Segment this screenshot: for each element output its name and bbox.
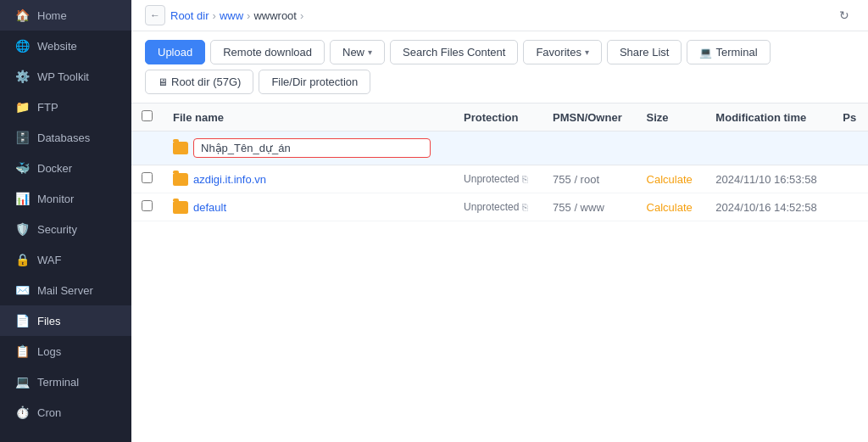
table-row: default Unprotected ⎘ 755 / www Calculat…: [131, 193, 868, 221]
files-icon: 📄: [15, 314, 29, 327]
copy-icon-azdigi[interactable]: ⎘: [522, 174, 528, 184]
sidebar-label-mail-server: Mail Server: [37, 284, 93, 297]
row-mod-time-default: 2024/10/16 14:52:58: [705, 193, 832, 221]
row-protection-azdigi: Unprotected ⎘: [453, 165, 542, 193]
sidebar-label-website: Website: [37, 40, 77, 53]
sidebar-item-terminal[interactable]: 💻 Terminal: [0, 366, 131, 397]
row-pmsn-azdigi: 755 / root: [542, 165, 636, 193]
root-dir-button[interactable]: 🖥 Root dir (57G): [145, 70, 253, 94]
search-files-button[interactable]: Search Files Content: [390, 40, 518, 64]
sidebar-label-files: Files: [37, 315, 60, 327]
protection-badge-default: Unprotected ⎘: [464, 201, 532, 213]
row-name-default[interactable]: default: [193, 201, 226, 214]
toolbar: Upload Remote download New ▾ Search File…: [131, 31, 868, 104]
back-button[interactable]: ←: [145, 5, 165, 25]
folder-icon-default: [173, 201, 188, 214]
upload-button[interactable]: Upload: [145, 40, 205, 64]
website-icon: 🌐: [15, 39, 29, 53]
ftp-icon: 📁: [15, 100, 29, 114]
sidebar: 🏠 Home 🌐 Website ⚙️ WP Toolkit 📁 FTP 🗄️ …: [0, 0, 131, 442]
new-folder-checkbox-cell: [131, 131, 163, 165]
sidebar-label-home: Home: [37, 9, 67, 22]
root-dir-label: Root dir (57G): [171, 76, 241, 88]
sidebar-item-monitor[interactable]: 📊 Monitor: [0, 183, 131, 214]
new-label: New: [342, 46, 364, 59]
row-name-cell-azdigi: azdigi.it.info.vn: [163, 165, 453, 193]
breadcrumb-sep-2: ›: [247, 9, 250, 22]
file-dir-protection-button[interactable]: File/Dir protection: [259, 70, 370, 94]
breadcrumb-www[interactable]: www: [220, 9, 243, 22]
new-button[interactable]: New ▾: [330, 40, 385, 64]
sidebar-item-waf[interactable]: 🔒 WAF: [0, 244, 131, 275]
breadcrumb-bar: ← Root dir › www › wwwroot › ↻: [131, 0, 868, 31]
sidebar-label-databases: Databases: [37, 131, 90, 144]
sidebar-item-cron[interactable]: ⏱️ Cron: [0, 397, 131, 428]
sidebar-item-website[interactable]: 🌐 Website: [0, 31, 131, 61]
remote-download-button[interactable]: Remote download: [210, 40, 325, 64]
breadcrumb-path: Root dir › www › wwwroot ›: [170, 9, 829, 22]
terminal-button[interactable]: 💻 Terminal: [687, 40, 770, 64]
sidebar-label-cron: Cron: [37, 406, 61, 419]
sidebar-label-monitor: Monitor: [37, 193, 74, 205]
row-checkbox-azdigi[interactable]: [142, 172, 153, 183]
sidebar-item-mail-server[interactable]: ✉️ Mail Server: [0, 275, 131, 305]
new-folder-name-wrapper: [173, 138, 443, 158]
breadcrumb-wwwroot: wwwroot: [253, 9, 297, 22]
wp-toolkit-icon: ⚙️: [15, 70, 29, 83]
sidebar-item-logs[interactable]: 📋 Logs: [0, 336, 131, 366]
new-folder-pmsn: [542, 131, 636, 165]
header-pmsn-owner: PMSN/Owner: [542, 104, 636, 131]
terminal-icon: 💻: [699, 47, 712, 59]
databases-icon: 🗄️: [15, 131, 29, 144]
row-name-azdigi[interactable]: azdigi.it.info.vn: [193, 173, 266, 186]
calculate-link-default[interactable]: Calculate: [647, 201, 693, 214]
new-folder-ps: [832, 131, 868, 165]
sidebar-item-security[interactable]: 🛡️ Security: [0, 214, 131, 244]
new-folder-icon: [173, 142, 188, 154]
sidebar-item-docker[interactable]: 🐳 Docker: [0, 153, 131, 183]
calculate-link-azdigi[interactable]: Calculate: [647, 173, 693, 186]
logs-icon: 📋: [15, 344, 29, 358]
row-checkbox-default[interactable]: [142, 200, 153, 211]
sidebar-item-wp-toolkit[interactable]: ⚙️ WP Toolkit: [0, 61, 131, 92]
table-header-row: File name Protection PMSN/Owner Size Mod…: [131, 104, 868, 131]
header-size: Size: [637, 104, 706, 131]
row-size-azdigi: Calculate: [637, 165, 706, 193]
refresh-button[interactable]: ↻: [834, 5, 854, 25]
select-all-checkbox[interactable]: [142, 110, 153, 121]
file-table: File name Protection PMSN/Owner Size Mod…: [131, 104, 868, 221]
new-folder-name-cell: [163, 131, 453, 165]
file-table-wrap: File name Protection PMSN/Owner Size Mod…: [131, 104, 868, 442]
monitor-icon: 📊: [15, 192, 29, 205]
sidebar-label-security: Security: [37, 223, 77, 236]
new-folder-protection: [453, 131, 542, 165]
header-filename: File name: [163, 104, 453, 131]
row-checkbox-cell: [131, 193, 163, 221]
cron-icon: ⏱️: [15, 406, 29, 419]
row-ps-azdigi: [832, 165, 868, 193]
waf-icon: 🔒: [15, 253, 29, 266]
favorites-button[interactable]: Favorites ▾: [523, 40, 601, 64]
new-folder-input[interactable]: [193, 138, 431, 158]
row-mod-time-azdigi: 2024/11/10 16:53:58: [705, 165, 832, 193]
home-icon: 🏠: [15, 8, 29, 22]
sidebar-item-home[interactable]: 🏠 Home: [0, 0, 131, 31]
sidebar-item-files[interactable]: 📄 Files: [0, 305, 131, 336]
sidebar-item-databases[interactable]: 🗄️ Databases: [0, 122, 131, 153]
breadcrumb-root[interactable]: Root dir: [170, 9, 209, 22]
terminal-label: Terminal: [715, 46, 757, 59]
row-name-wrapper-azdigi: azdigi.it.info.vn: [173, 173, 443, 186]
sidebar-label-wp-toolkit: WP Toolkit: [37, 70, 89, 83]
row-size-default: Calculate: [637, 193, 706, 221]
copy-icon-default[interactable]: ⎘: [522, 202, 528, 212]
folder-icon-azdigi: [173, 173, 188, 186]
row-protection-default: Unprotected ⎘: [453, 193, 542, 221]
main-content: ← Root dir › www › wwwroot › ↻ Upload Re…: [131, 0, 868, 442]
header-ps: Ps: [832, 104, 868, 131]
sidebar-label-ftp: FTP: [37, 101, 58, 114]
sidebar-label-docker: Docker: [37, 162, 72, 175]
sidebar-item-ftp[interactable]: 📁 FTP: [0, 92, 131, 122]
share-list-button[interactable]: Share List: [607, 40, 682, 64]
row-name-cell-default: default: [163, 193, 453, 221]
protection-badge-azdigi: Unprotected ⎘: [464, 173, 532, 185]
